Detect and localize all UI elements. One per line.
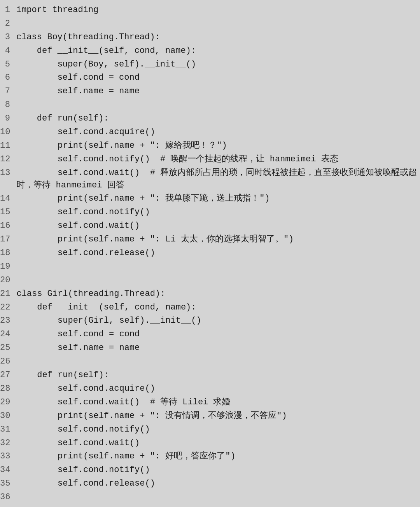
line-content: print(self.name + ": 没有情调，不够浪漫，不答应") [16, 409, 420, 422]
code-line: 26 [0, 355, 420, 368]
line-content: super(Boy, self).__init__() [16, 58, 420, 71]
line-content: print(self.name + ": 嫁给我吧！？") [16, 139, 420, 152]
code-line: 11 print(self.name + ": 嫁给我吧！？") [0, 139, 420, 152]
line-number: 23 [0, 314, 16, 327]
line-content: def run(self): [16, 112, 420, 125]
line-number: 7 [0, 85, 16, 98]
line-number: 10 [0, 126, 16, 138]
code-line: 24 self.cond = cond [0, 327, 420, 341]
line-number: 29 [0, 396, 16, 409]
code-line: 17 print(self.name + ": Li 太太，你的选择太明智了。"… [0, 233, 420, 246]
line-number: 12 [0, 153, 16, 166]
line-number: 14 [0, 192, 16, 205]
code-line: 28 self.cond.acquire() [0, 382, 420, 395]
code-line: 16 self.cond.wait() [0, 219, 420, 233]
line-content: self.cond.release() [16, 477, 420, 490]
line-content: self.cond.notify() [16, 423, 420, 436]
code-line: 6 self.cond = cond [0, 71, 420, 84]
code-line: 1import threading [0, 3, 420, 17]
line-number: 28 [0, 382, 16, 395]
line-number: 20 [0, 274, 16, 287]
line-number: 26 [0, 355, 16, 368]
line-number: 11 [0, 139, 16, 152]
line-content: self.cond.wait() [16, 219, 420, 232]
line-content: class Boy(threading.Thread): [16, 31, 420, 44]
line-number: 22 [0, 301, 16, 314]
code-line: 3class Boy(threading.Thread): [0, 30, 420, 44]
code-line: 29 self.cond.wait() # 等待 Lilei 求婚 [0, 395, 420, 409]
line-content: self.cond.release() [16, 247, 420, 259]
code-line: 4 def __init__(self, cond, name): [0, 44, 420, 58]
line-number: 31 [0, 423, 16, 436]
line-content: def __init__(self, cond, name): [16, 44, 420, 57]
code-line: 37 [0, 504, 420, 507]
line-content: super(Girl, self).__init__() [16, 314, 420, 327]
code-line: 31 self.cond.notify() [0, 423, 420, 436]
code-line: 35 self.cond.release() [0, 477, 420, 490]
line-number: 4 [0, 44, 16, 57]
line-number: 27 [0, 369, 16, 381]
code-line: 36 [0, 490, 420, 504]
code-line: 5 super(Boy, self).__init__() [0, 58, 420, 71]
line-content: import threading [16, 3, 420, 16]
line-number: 35 [0, 477, 16, 490]
line-number: 8 [0, 98, 16, 111]
line-number: 15 [0, 206, 16, 219]
line-number: 6 [0, 71, 16, 84]
line-content: self.cond.notify() # 唤醒一个挂起的线程，让 hanmeim… [16, 153, 420, 166]
line-number: 9 [0, 112, 16, 125]
line-content: self.cond.wait() [16, 437, 420, 449]
line-number: 37 [0, 504, 16, 507]
line-content [16, 355, 420, 355]
line-content: def run(self): [16, 369, 420, 381]
code-line: 15 self.cond.notify() [0, 205, 420, 219]
line-number: 21 [0, 287, 16, 300]
line-content [16, 504, 420, 505]
code-line: 13 self.cond.wait() # 释放内部所占用的琐，同时线程被挂起，… [0, 166, 420, 192]
code-line: 23 super(Girl, self).__init__() [0, 314, 420, 327]
code-line: 14 print(self.name + ": 我单膝下跪，送上戒指！") [0, 192, 420, 205]
line-number: 32 [0, 437, 16, 449]
line-number: 1 [0, 3, 16, 16]
line-number: 16 [0, 219, 16, 232]
line-number: 17 [0, 233, 16, 246]
line-content [16, 17, 420, 17]
code-editor: 1import threading23class Boy(threading.T… [0, 0, 420, 507]
code-line: 18 self.cond.release() [0, 246, 420, 260]
code-line: 22 def init (self, cond, name): [0, 301, 420, 314]
line-number: 2 [0, 17, 16, 30]
line-number: 34 [0, 463, 16, 476]
line-content: self.cond.notify() [16, 463, 420, 476]
code-line: 12 self.cond.notify() # 唤醒一个挂起的线程，让 hanm… [0, 152, 420, 166]
code-line: 27 def run(self): [0, 368, 420, 382]
line-content: self.cond.acquire() [16, 382, 420, 395]
line-content: class Girl(threading.Thread): [16, 287, 420, 300]
line-content: self.cond.acquire() [16, 126, 420, 138]
line-number: 5 [0, 58, 16, 71]
line-number: 33 [0, 450, 16, 463]
code-line: 25 self.name = name [0, 341, 420, 355]
code-line: 34 self.cond.notify() [0, 463, 420, 477]
code-line: 21class Girl(threading.Thread): [0, 287, 420, 301]
code-line: 32 self.cond.wait() [0, 436, 420, 450]
line-content: self.cond = cond [16, 328, 420, 341]
line-number: 36 [0, 491, 16, 504]
line-number: 3 [0, 31, 16, 44]
line-content: def init (self, cond, name): [16, 301, 420, 314]
line-content: print(self.name + ": 好吧，答应你了") [16, 450, 420, 463]
line-content [16, 274, 420, 274]
line-number: 13 [0, 166, 16, 179]
line-number: 25 [0, 341, 16, 354]
code-line: 19 [0, 260, 420, 273]
code-line: 8 [0, 98, 420, 112]
code-line: 20 [0, 273, 420, 287]
code-line: 10 self.cond.acquire() [0, 125, 420, 139]
code-line: 33 print(self.name + ": 好吧，答应你了") [0, 449, 420, 463]
line-content [16, 98, 420, 99]
line-content: self.cond = cond [16, 71, 420, 84]
line-content: self.name = name [16, 85, 420, 98]
code-line: 9 def run(self): [0, 112, 420, 125]
line-content: print(self.name + ": 我单膝下跪，送上戒指！") [16, 192, 420, 205]
line-number: 18 [0, 247, 16, 259]
line-number: 24 [0, 328, 16, 341]
